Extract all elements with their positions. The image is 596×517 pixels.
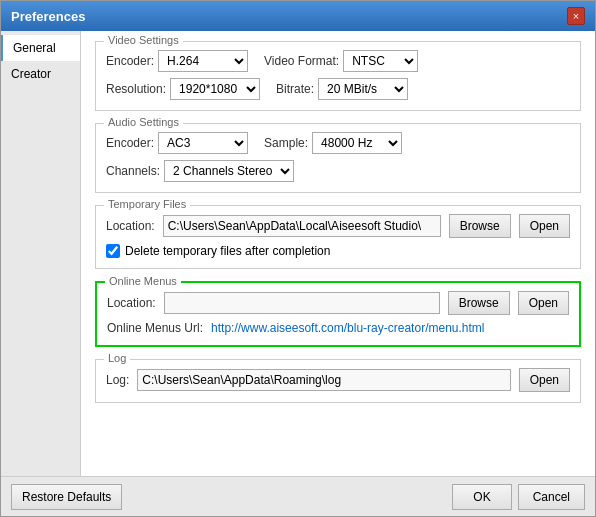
encoder-group: Encoder: H.264: [106, 50, 248, 72]
online-browse-button[interactable]: Browse: [448, 291, 510, 315]
sidebar: General Creator: [1, 31, 81, 476]
preferences-dialog: Preferences × General Creator Video Sett…: [0, 0, 596, 517]
audio-encoder-label: Encoder:: [106, 136, 154, 150]
channels-group: Channels: 2 Channels Stereo: [106, 160, 294, 182]
online-location-row: Location: Browse Open: [107, 291, 569, 315]
delete-temp-row: Delete temporary files after completion: [106, 244, 570, 258]
restore-defaults-button[interactable]: Restore Defaults: [11, 484, 122, 510]
temp-files-title: Temporary Files: [104, 198, 190, 210]
resolution-label: Resolution:: [106, 82, 166, 96]
video-format-label: Video Format:: [264, 54, 339, 68]
video-settings-section: Video Settings Encoder: H.264 Video Form…: [95, 41, 581, 111]
cancel-button[interactable]: Cancel: [518, 484, 585, 510]
bitrate-group: Bitrate: 20 MBit/s: [276, 78, 408, 100]
close-button[interactable]: ×: [567, 7, 585, 25]
log-input[interactable]: [137, 369, 510, 391]
encoder-label: Encoder:: [106, 54, 154, 68]
log-title: Log: [104, 352, 130, 364]
audio-settings-title: Audio Settings: [104, 116, 183, 128]
sample-group: Sample: 48000 Hz: [264, 132, 402, 154]
video-format-group: Video Format: NTSC: [264, 50, 418, 72]
sample-label: Sample:: [264, 136, 308, 150]
temp-location-label: Location:: [106, 219, 155, 233]
sample-select[interactable]: 48000 Hz: [312, 132, 402, 154]
resolution-group: Resolution: 1920*1080: [106, 78, 260, 100]
video-settings-title: Video Settings: [104, 34, 183, 46]
delete-temp-label: Delete temporary files after completion: [125, 244, 330, 258]
temp-location-input[interactable]: [163, 215, 441, 237]
channels-label: Channels:: [106, 164, 160, 178]
temp-location-row: Location: Browse Open: [106, 214, 570, 238]
online-location-input[interactable]: [164, 292, 440, 314]
online-url-row: Online Menus Url: http://www.aiseesoft.c…: [107, 321, 569, 335]
audio-encoder-group: Encoder: AC3: [106, 132, 248, 154]
log-open-button[interactable]: Open: [519, 368, 570, 392]
online-url-label: Online Menus Url:: [107, 321, 203, 335]
video-format-select[interactable]: NTSC: [343, 50, 418, 72]
audio-encoder-select[interactable]: AC3: [158, 132, 248, 154]
bitrate-label: Bitrate:: [276, 82, 314, 96]
online-open-button[interactable]: Open: [518, 291, 569, 315]
online-menus-section: Online Menus Location: Browse Open Onlin…: [95, 281, 581, 347]
online-location-label: Location:: [107, 296, 156, 310]
dialog-footer: Restore Defaults OK Cancel: [1, 476, 595, 516]
audio-settings-section: Audio Settings Encoder: AC3 Sample: 4800…: [95, 123, 581, 193]
log-row: Log: Open: [106, 368, 570, 392]
delete-temp-checkbox[interactable]: [106, 244, 120, 258]
temp-browse-button[interactable]: Browse: [449, 214, 511, 238]
encoder-select[interactable]: H.264: [158, 50, 248, 72]
sidebar-item-general[interactable]: General: [1, 35, 80, 61]
online-url-link[interactable]: http://www.aiseesoft.com/blu-ray-creator…: [211, 321, 484, 335]
content-area: Video Settings Encoder: H.264 Video Form…: [81, 31, 595, 476]
online-menus-title: Online Menus: [105, 275, 181, 287]
log-section: Log Log: Open: [95, 359, 581, 403]
title-bar: Preferences ×: [1, 1, 595, 31]
sidebar-item-creator[interactable]: Creator: [1, 61, 80, 87]
ok-button[interactable]: OK: [452, 484, 511, 510]
temp-files-section: Temporary Files Location: Browse Open De…: [95, 205, 581, 269]
dialog-title: Preferences: [11, 9, 85, 24]
log-label: Log:: [106, 373, 129, 387]
dialog-body: General Creator Video Settings Encoder: …: [1, 31, 595, 476]
footer-actions: OK Cancel: [452, 484, 585, 510]
resolution-select[interactable]: 1920*1080: [170, 78, 260, 100]
temp-open-button[interactable]: Open: [519, 214, 570, 238]
bitrate-select[interactable]: 20 MBit/s: [318, 78, 408, 100]
channels-select[interactable]: 2 Channels Stereo: [164, 160, 294, 182]
